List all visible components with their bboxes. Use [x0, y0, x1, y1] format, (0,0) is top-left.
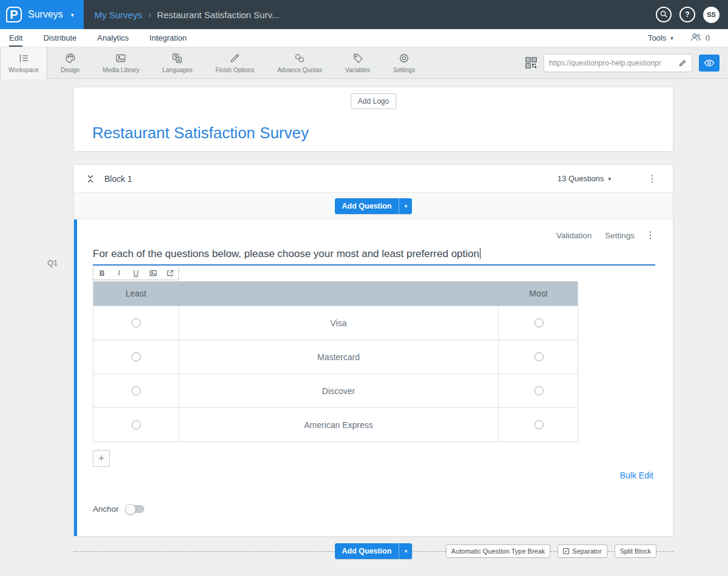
block-name[interactable]: Block 1: [104, 174, 132, 184]
help-button[interactable]: ?: [679, 7, 695, 22]
preview-button[interactable]: [699, 55, 720, 72]
external-link-icon: [166, 269, 174, 277]
add-row-button[interactable]: +: [93, 450, 110, 467]
add-question-band: Add Question ▾: [74, 193, 673, 219]
add-question-split-button: Add Question ▾: [335, 198, 413, 214]
help-icon: ?: [685, 10, 689, 19]
toolbar-workspace[interactable]: Workspace: [0, 47, 47, 79]
question-text-field[interactable]: For each of the questions below, please …: [93, 248, 655, 266]
maxdiff-table: Least Most Visa Mastercard: [93, 281, 578, 442]
variables-label: Variables: [345, 67, 370, 73]
workspace-icon: [18, 52, 30, 64]
survey-url-box: https://questionpro-help.questionpr: [544, 54, 692, 72]
row-label[interactable]: Visa: [331, 318, 347, 328]
tab-distribute[interactable]: Distribute: [43, 29, 76, 47]
insert-image-button[interactable]: [144, 267, 161, 280]
menubar-right: Tools ▾ 0: [648, 29, 710, 47]
block-footer: Add Question ▾ Automatic Question Type B…: [73, 539, 673, 564]
toolbar-advance-quotas[interactable]: Advance Quotas: [270, 47, 329, 79]
split-block-label: Split Block: [620, 548, 651, 555]
tab-integration-label: Integration: [149, 33, 186, 42]
product-name: Surveys: [28, 9, 63, 20]
add-question-button[interactable]: Add Question: [335, 198, 399, 214]
toolbar-variables[interactable]: Variables: [338, 47, 377, 79]
add-question-button-bottom[interactable]: Add Question: [335, 543, 399, 559]
add-question-dropdown-caret[interactable]: ▾: [399, 198, 412, 214]
menubar: Edit Distribute Analytics Integration To…: [0, 29, 728, 47]
italic-button[interactable]: I: [110, 267, 127, 280]
least-radio[interactable]: [132, 386, 141, 395]
split-block-button[interactable]: Split Block: [615, 544, 656, 558]
toolbar-design[interactable]: Design: [53, 47, 87, 79]
most-radio[interactable]: [534, 386, 544, 395]
collaborators[interactable]: 0: [690, 33, 710, 44]
bulk-edit-link[interactable]: Bulk Edit: [77, 471, 653, 480]
least-radio[interactable]: [132, 318, 141, 327]
variables-tag-icon: [352, 52, 364, 64]
row-label[interactable]: Mastercard: [317, 352, 360, 362]
add-question-dropdown-caret-bottom[interactable]: ▾: [399, 543, 412, 559]
block-menu-kebab-icon[interactable]: ⋮: [647, 174, 657, 184]
text-cursor: [480, 248, 480, 259]
separator-button[interactable]: ✓ Separator: [558, 544, 607, 558]
settings-gear-icon: [398, 52, 410, 64]
topbar-actions: ? SS: [656, 7, 720, 23]
qr-code-icon[interactable]: [525, 57, 537, 69]
question-menu-kebab-icon[interactable]: ⋮: [645, 230, 655, 240]
most-radio[interactable]: [534, 318, 544, 327]
breadcrumb-current-survey: Restaurant Satisfaction Surv...: [157, 10, 279, 20]
most-header[interactable]: Most: [498, 281, 579, 306]
question-count-label: 13 Questions: [558, 174, 604, 183]
least-header[interactable]: Least: [93, 281, 178, 306]
search-button[interactable]: [656, 7, 672, 22]
product-switcher[interactable]: P Surveys ▾: [0, 0, 84, 29]
underline-button[interactable]: U: [127, 267, 144, 280]
table-row: American Express: [93, 407, 578, 441]
separator-label: Separator: [572, 548, 601, 555]
languages-icon: [171, 52, 183, 64]
survey-header-card: Add Logo Restaurant Satisfaction Survey: [73, 87, 673, 152]
most-radio[interactable]: [534, 352, 544, 361]
toolbar-media-library[interactable]: Media Library: [95, 47, 147, 79]
survey-url-input[interactable]: https://questionpro-help.questionpr: [549, 59, 675, 67]
tools-menu[interactable]: Tools ▾: [648, 33, 673, 42]
bold-button[interactable]: B: [93, 267, 110, 280]
toolbar-finish-options[interactable]: Finish Options: [208, 47, 261, 79]
toolbar-languages[interactable]: Languages: [155, 47, 200, 79]
row-label[interactable]: Discover: [322, 386, 355, 396]
format-toolbar: B I U: [93, 267, 179, 280]
block-header: Block 1 13 Questions ▾ ⋮: [74, 165, 673, 193]
add-question-split-button-bottom: Add Question ▾: [335, 543, 413, 559]
checkbox-checked-icon[interactable]: ✓: [563, 548, 569, 554]
people-icon: [690, 33, 701, 44]
chevron-down-icon: ▾: [670, 35, 673, 41]
collapse-block-icon[interactable]: [85, 173, 96, 184]
least-radio[interactable]: [132, 420, 141, 429]
survey-title[interactable]: Restaurant Satisfaction Survey: [92, 124, 309, 142]
insert-link-button[interactable]: [161, 267, 178, 280]
question-code: Q1: [47, 258, 58, 267]
validation-link[interactable]: Validation: [556, 231, 592, 240]
edit-url-pencil-icon[interactable]: [678, 59, 687, 67]
avatar[interactable]: SS: [703, 7, 720, 23]
least-radio[interactable]: [132, 352, 141, 361]
auto-question-break-button[interactable]: Automatic Question Type Break: [446, 544, 551, 558]
most-radio[interactable]: [534, 420, 544, 429]
editor-toolbar: Workspace Design Media Library: [0, 47, 728, 79]
tab-integration[interactable]: Integration: [149, 29, 186, 47]
toolbar-right: https://questionpro-help.questionpr: [525, 54, 720, 72]
question-count-dropdown[interactable]: 13 Questions ▾: [558, 174, 611, 183]
tab-analytics[interactable]: Analytics: [97, 29, 129, 47]
tab-edit[interactable]: Edit: [9, 29, 22, 47]
chevron-down-icon: ▾: [405, 548, 408, 554]
breadcrumb: My Surveys › Restaurant Satisfaction Sur…: [95, 10, 280, 20]
toggle-knob: [125, 504, 136, 515]
advance-quotas-label: Advance Quotas: [277, 67, 322, 73]
breadcrumb-my-surveys[interactable]: My Surveys: [95, 10, 142, 20]
anchor-toggle[interactable]: [126, 505, 144, 513]
toolbar-settings[interactable]: Settings: [386, 47, 422, 79]
block-footer-buttons: Automatic Question Type Break ✓ Separato…: [446, 544, 656, 558]
question-settings-link[interactable]: Settings: [605, 231, 635, 240]
row-label[interactable]: American Express: [304, 420, 373, 430]
add-logo-button[interactable]: Add Logo: [351, 93, 396, 109]
